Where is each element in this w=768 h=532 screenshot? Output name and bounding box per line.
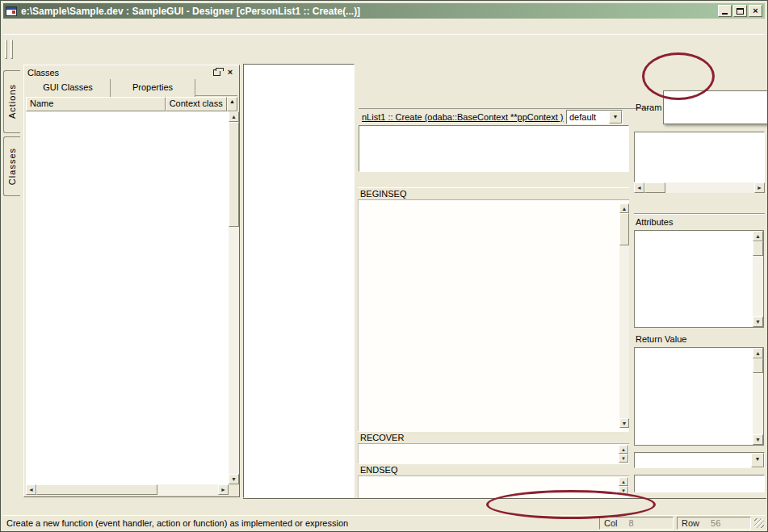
sort-ascending-icon[interactable]: ▲ <box>227 97 237 111</box>
implementation-combo-value: default <box>567 111 609 124</box>
col-label: Col <box>604 518 618 528</box>
status-bar: Create a new function (event handler, ac… <box>3 515 765 530</box>
parameters-hscrollbar[interactable]: ◄ ► <box>634 182 765 193</box>
toolbar-grip[interactable] <box>10 40 13 59</box>
column-header-context-class[interactable]: Context class <box>166 97 227 111</box>
minimize-icon <box>722 13 728 15</box>
scrollbar-thumb[interactable] <box>753 358 763 373</box>
code-editor-start[interactable] <box>358 200 629 431</box>
panel-title: Classes <box>27 68 208 77</box>
close-icon: × <box>753 6 758 15</box>
maximize-icon <box>737 8 744 15</box>
minimize-button[interactable] <box>718 5 732 17</box>
code-tabs <box>360 172 629 187</box>
classes-panel-tabs: GUI Classes Properties <box>26 79 237 96</box>
scroll-right-icon[interactable]: ► <box>754 182 765 193</box>
parameters-label: Param <box>636 103 661 112</box>
scrollbar-thumb[interactable] <box>644 182 665 193</box>
scroll-up-icon[interactable]: ▲ <box>753 231 763 241</box>
divider <box>634 213 765 215</box>
float-panel-button[interactable] <box>211 67 222 77</box>
scroll-down-icon[interactable]: ▾ <box>619 454 628 463</box>
scroll-left-icon[interactable]: ◄ <box>26 484 36 495</box>
editor-tabs <box>359 92 649 109</box>
scroll-up-icon[interactable]: ▴ <box>619 445 628 454</box>
section-label-beginseq: BEGINSEQ <box>358 187 629 200</box>
class-tree-vscrollbar[interactable]: ▲ ▼ <box>229 111 239 484</box>
window-title: e:\Sample\Sample.dev : SampleGUI - Desig… <box>21 6 716 17</box>
section-label-endseq: ENDSEQ <box>358 463 629 476</box>
parameters-grid <box>634 132 765 182</box>
scroll-up-icon[interactable]: ▴ <box>619 477 628 486</box>
return-value-grid: ▲ ▼ <box>634 347 764 446</box>
chevron-down-icon[interactable]: ▼ <box>609 111 622 124</box>
scrollbar-thumb[interactable] <box>753 241 763 256</box>
app-icon <box>6 6 17 16</box>
create-dropdown-menu <box>663 90 768 124</box>
bottom-tabs <box>243 498 766 514</box>
sidebar-tab-actions[interactable]: Actions <box>3 70 20 133</box>
col-indicator: Col 8 <box>599 517 674 530</box>
sidebar-tab-label: Classes <box>7 148 17 185</box>
tab-gui-classes[interactable]: GUI Classes <box>26 79 111 97</box>
row-indicator: Row 56 <box>677 517 751 530</box>
close-panel-button[interactable]: × <box>225 67 236 77</box>
code-vscrollbar[interactable]: ▲ ▼ <box>619 203 629 428</box>
object-tree <box>243 64 355 498</box>
scrollbar-thumb[interactable] <box>229 122 239 227</box>
class-tree <box>26 111 229 484</box>
resize-grip[interactable] <box>754 518 764 528</box>
sidebar-tab-classes[interactable]: Classes <box>3 136 20 196</box>
description-field[interactable] <box>634 475 765 492</box>
main-toolbar <box>3 34 765 63</box>
row-label: Row <box>682 518 699 528</box>
chevron-down-icon[interactable]: ▼ <box>751 453 764 467</box>
class-list-header: Name Context class ▲ <box>26 97 237 111</box>
function-list-area[interactable] <box>359 125 629 172</box>
col-value: 8 <box>629 518 634 528</box>
close-icon: × <box>228 68 233 77</box>
scroll-down-icon[interactable]: ▼ <box>753 434 763 445</box>
scrollbar-thumb[interactable] <box>36 484 157 495</box>
attributes-grid: ▲ ▼ <box>634 230 764 328</box>
menu-bar <box>3 19 765 34</box>
scroll-up-icon[interactable]: ▲ <box>229 111 239 122</box>
tab-properties[interactable]: Properties <box>111 79 195 97</box>
scroll-down-icon[interactable]: ▼ <box>753 316 763 327</box>
section-label-recover: RECOVER <box>358 431 629 444</box>
classes-panel-header: Classes × <box>24 65 239 79</box>
editor-toolbar <box>359 65 768 90</box>
scroll-up-icon[interactable]: ▲ <box>753 348 763 358</box>
code-editor-recover[interactable]: ▴▾ <box>358 444 629 463</box>
toolbar-grip[interactable] <box>5 40 7 59</box>
scroll-down-icon[interactable]: ▼ <box>619 418 629 428</box>
title-bar: e:\Sample\Sample.dev : SampleGUI - Desig… <box>3 3 765 19</box>
return-value-label: Return Value <box>636 334 686 344</box>
function-signature-link[interactable]: nList1 :: Create (odaba::BaseContext **p… <box>362 112 566 122</box>
implementation-combo[interactable]: default ▼ <box>566 110 623 124</box>
scroll-left-icon[interactable]: ◄ <box>634 182 644 193</box>
bottom-combo[interactable]: ▼ <box>634 452 765 468</box>
class-tree-hscrollbar[interactable]: ◄ ► <box>26 484 229 495</box>
row-value: 56 <box>711 518 720 528</box>
function-flags <box>636 197 768 209</box>
scroll-down-icon[interactable]: ▼ <box>229 474 239 484</box>
scroll-down-icon[interactable]: ▾ <box>619 486 628 495</box>
status-message: Create a new function (event handler, ac… <box>6 518 599 528</box>
code-editor-endseq[interactable]: ▴▾ <box>358 476 629 498</box>
attributes-vscrollbar[interactable]: ▲ ▼ <box>753 231 763 327</box>
column-header-name[interactable]: Name <box>26 97 166 111</box>
return-value-vscrollbar[interactable]: ▲ ▼ <box>753 348 763 445</box>
float-icon <box>213 69 220 76</box>
bottom-combo-value <box>635 453 751 467</box>
maximize-button[interactable] <box>733 5 747 17</box>
attributes-label: Attributes <box>636 217 673 227</box>
scroll-right-icon[interactable]: ► <box>218 484 229 495</box>
signature-bar: nList1 :: Create (odaba::BaseContext **p… <box>359 109 629 125</box>
designer-window: { "window": {"title": "e:\\Sample\\Sampl… <box>0 0 768 532</box>
scrollbar-thumb[interactable] <box>619 213 629 245</box>
close-button[interactable]: × <box>749 5 762 17</box>
scroll-up-icon[interactable]: ▲ <box>619 203 629 213</box>
classes-panel: Classes × GUI Classes Properties Name Co… <box>23 65 240 497</box>
sidebar-tab-label: Actions <box>7 84 17 119</box>
